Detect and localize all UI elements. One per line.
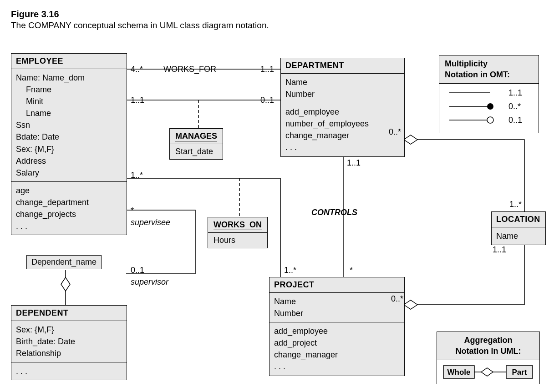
legend-omt-item-1: 1..1 [508,88,522,97]
assoc-works-for-name: WORKS_FOR [163,65,216,74]
mult-proj-loc-loc: 1..1 [493,245,506,255]
class-attributes: Name: Name_dom Fname Minit Lname Ssn Bda… [11,69,127,182]
class-operations: add_employee number_of_employees change_… [281,103,404,156]
class-title: PROJECT [269,277,404,293]
svg-point-13 [487,117,493,123]
mult-controls-top: 1..1 [347,158,361,168]
class-project: PROJECT Name Number add_employee add_pro… [269,277,405,376]
class-attributes: Sex: {M,F} Birth_date: Date Relationship [11,321,127,362]
assoc-class-body: Start_date [170,144,223,159]
svg-marker-5 [404,135,417,144]
class-operations: age change_department change_projects . … [11,182,127,235]
mult-supervisee: * [131,206,134,216]
svg-point-11 [487,103,493,110]
assoc-class-body: Hours [208,233,267,248]
legend-omt-item-3: 0..1 [508,116,522,125]
mult-works-on-left: 1..* [131,171,143,180]
role-supervisor: supervisor [131,277,168,287]
legend-omt-item-2: 0..* [508,102,521,111]
assoc-class-title: MANAGES [175,131,217,141]
mult-works-on-right: 1..* [284,266,296,275]
legend-aggregation: Aggregation Notation in UML: Whole Part [437,332,540,384]
role-supervisee: supervisee [131,218,170,227]
svg-marker-17 [481,368,493,376]
mult-supervisor: 0..1 [131,266,144,275]
legend-agg-title-line1: Aggregation [464,336,513,345]
legend-agg-title-line2: Notation in UML: [456,347,521,356]
class-attributes: Name Number [269,293,404,322]
legend-omt-title-line2: Notation in OMT: [445,70,510,79]
class-operations: . . . [11,362,127,380]
class-location: LOCATION Name [491,211,546,245]
mult-dept-loc-dept: 0..* [389,127,401,137]
mult-proj-loc-proj: 0..* [391,294,403,304]
class-attributes: Name Number [281,74,404,103]
mult-works-for-left: 4..* [131,65,143,74]
legend-omt-symbols: 1..1 0..* 0..1 [445,86,534,126]
class-department: DEPARTMENT Name Number add_employee numb… [280,58,405,157]
legend-agg-symbol: Whole Part [442,363,536,381]
class-employee: EMPLOYEE Name: Name_dom Fname Minit Lnam… [11,53,127,235]
class-dependent: DEPENDENT Sex: {M,F} Birth_date: Date Re… [11,305,127,380]
assoc-class-manages: MANAGES Start_date [169,128,223,160]
assoc-class-works-on: WORKS_ON Hours [208,217,268,248]
svg-text:Whole: Whole [447,368,471,377]
class-operations: add_employee add_project change_manager … [269,322,404,375]
class-title: EMPLOYEE [11,54,127,69]
figure-caption: The COMPANY conceptual schema in UML cla… [11,20,540,30]
class-title: DEPARTMENT [281,58,404,74]
qualifier-dependent-name: Dependent_name [26,255,102,269]
svg-text:Part: Part [512,368,527,377]
assoc-class-title: WORKS_ON [214,220,262,230]
mult-dept-loc-loc: 1..* [509,200,522,209]
legend-omt: Multiplicity Notation in OMT: 1..1 0..* … [439,55,539,133]
mult-manages-right: 0..1 [260,95,274,105]
mult-controls-bottom: * [350,266,353,275]
class-title: LOCATION [492,212,545,227]
svg-marker-8 [61,277,70,291]
svg-marker-6 [404,300,417,309]
mult-manages-left: 1..1 [131,95,144,105]
class-title: DEPENDENT [11,306,127,321]
assoc-controls-name: CONTROLS [311,208,357,217]
class-attributes: Name [492,227,545,245]
mult-works-for-right: 1..1 [260,65,274,74]
figure-number: Figure 3.16 [11,9,540,20]
diagram-canvas: EMPLOYEE Name: Name_dom Fname Minit Lnam… [11,53,539,392]
legend-omt-title-line1: Multiplicity [445,59,488,68]
